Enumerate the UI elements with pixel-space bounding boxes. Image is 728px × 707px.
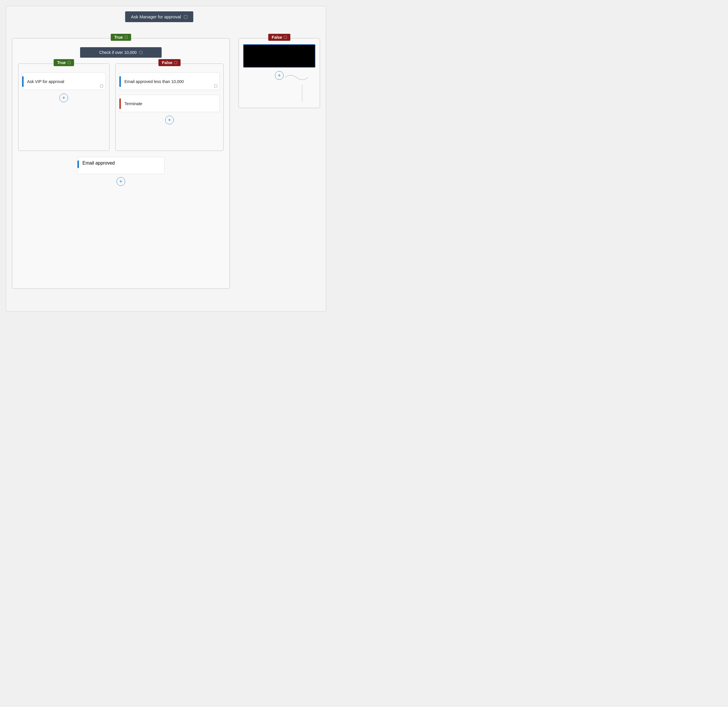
main-layout: True Check if over 10,000 True	[12, 38, 320, 289]
email-less-title: Email approved less than 10,000	[124, 79, 216, 84]
inner-true-label-text: True	[57, 60, 66, 65]
ask-vip-card[interactable]: Ask VIP for approval	[22, 72, 106, 90]
ask-vip-accent	[22, 76, 24, 87]
email-approved-accent	[78, 160, 79, 168]
inner-false-label-text: False	[162, 60, 172, 65]
check-node-label: Check if over 10,000	[99, 50, 137, 55]
ask-vip-title: Ask VIP for approval	[27, 79, 102, 84]
email-less-checkbox	[214, 84, 217, 87]
true-label-text: True	[114, 35, 123, 40]
true-branch-label: True	[111, 34, 131, 41]
workflow-canvas: Ask Manager for approval True Check if o…	[6, 6, 326, 312]
false-branch-container: False +	[238, 38, 320, 108]
true-label-icon	[125, 36, 127, 39]
ask-vip-checkbox	[100, 84, 103, 87]
ask-vip-body: Ask VIP for approval	[27, 76, 102, 87]
false-label-text: False	[272, 35, 282, 40]
inner-false-label-icon	[174, 61, 177, 64]
inner-true-label: True	[53, 59, 74, 66]
inner-false-container: False Email approved less than 10,000	[115, 64, 224, 151]
add-inner-true-button[interactable]: +	[59, 94, 68, 102]
add-inner-false-button[interactable]: +	[165, 116, 174, 124]
check-node-icon	[140, 51, 142, 54]
email-less-body: Email approved less than 10,000	[124, 76, 216, 87]
inner-true-container: True Ask VIP for approval +	[18, 64, 110, 151]
false-label-icon	[284, 36, 287, 39]
email-approved-title: Email approved	[82, 160, 115, 165]
terminate-card[interactable]: Terminate	[119, 95, 220, 112]
false-branch-label: False	[268, 34, 290, 41]
terminate-title: Terminate	[124, 101, 216, 106]
node-expand-icon	[184, 15, 188, 19]
true-branch-container: True Check if over 10,000 True	[12, 38, 230, 289]
email-approved-card[interactable]: Email approved	[77, 157, 165, 174]
inner-false-label: False	[158, 59, 181, 66]
add-bottom-button[interactable]: +	[117, 177, 125, 186]
squiggle-decoration	[282, 72, 311, 84]
terminate-body: Terminate	[124, 98, 216, 109]
ask-manager-node[interactable]: Ask Manager for approval	[125, 12, 194, 22]
check-node[interactable]: Check if over 10,000	[80, 47, 162, 58]
inner-true-label-icon	[68, 61, 71, 64]
email-less-accent	[119, 76, 121, 87]
terminate-accent	[119, 98, 121, 109]
inner-split: True Ask VIP for approval +	[18, 64, 224, 151]
email-approved-body: Email approved	[82, 160, 115, 168]
black-card[interactable]	[243, 44, 315, 68]
email-approved-less-card[interactable]: Email approved less than 10,000	[119, 72, 220, 90]
ask-manager-label: Ask Manager for approval	[131, 14, 181, 19]
vertical-connector	[302, 84, 302, 102]
